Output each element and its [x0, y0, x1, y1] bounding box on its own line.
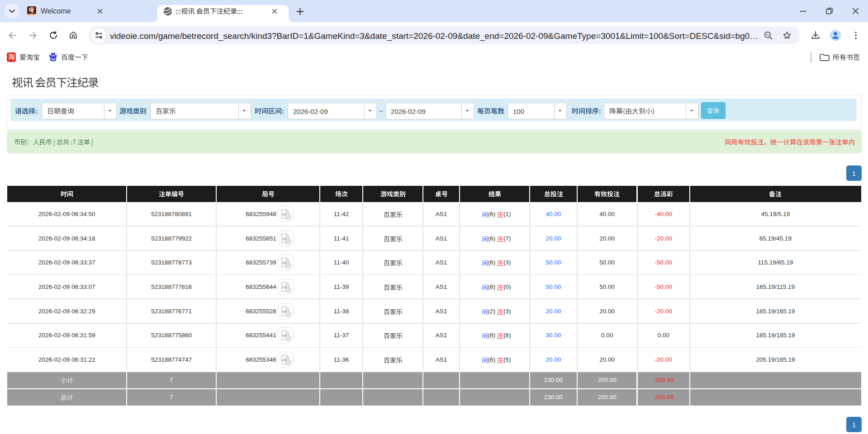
svg-text:du: du [51, 57, 56, 61]
